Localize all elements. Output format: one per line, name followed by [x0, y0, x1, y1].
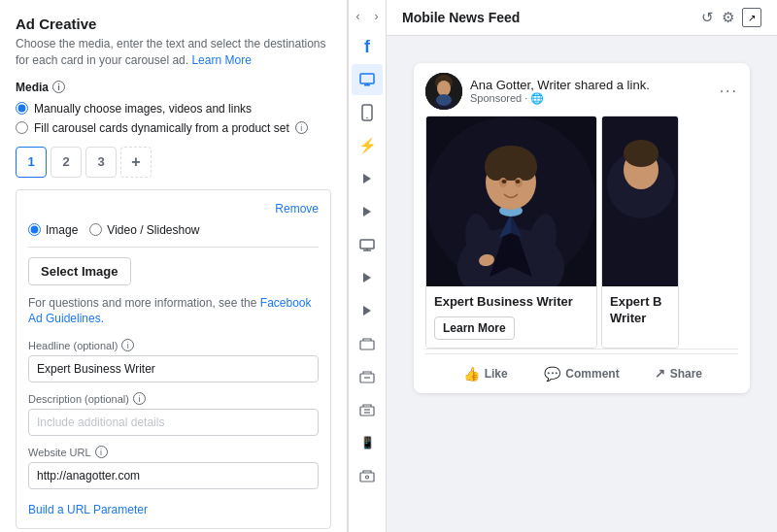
svg-point-25 [436, 94, 452, 106]
card-tab-3[interactable]: 3 [85, 147, 117, 178]
nav-prev-btn[interactable]: ‹ [350, 8, 367, 25]
toolbar-play2-icon[interactable] [352, 196, 383, 227]
learn-more-link[interactable]: Learn More [191, 53, 251, 67]
toolbar-play3-icon[interactable] [352, 262, 383, 293]
share-btn[interactable]: ↗ Share [630, 362, 726, 384]
toolbar-monitor-icon[interactable] [352, 229, 383, 260]
preview-actions: ↺ ⚙ [701, 8, 761, 27]
website-url-label: Website URL i [28, 446, 319, 458]
image-radio-input[interactable] [28, 223, 41, 236]
svg-point-39 [502, 180, 507, 183]
select-image-button[interactable]: Select Image [28, 257, 131, 285]
toolbar-play4-icon[interactable] [352, 295, 383, 326]
avatar-image [425, 73, 462, 110]
toolbar-lightning-icon[interactable]: ⚡ [352, 130, 383, 161]
nav-next-btn[interactable]: › [368, 8, 386, 25]
image-video-toggle: Image Video / Slideshow [28, 223, 319, 237]
section-title: Ad Creative [16, 16, 331, 32]
toolbar-shop4-icon[interactable] [352, 460, 383, 491]
website-url-field-group: Website URL i [28, 446, 319, 489]
middle-toolbar: ‹ › f ⚡ 📱 [348, 0, 387, 532]
toggle-video[interactable]: Video / Slideshow [89, 223, 199, 237]
radio-manual[interactable]: Manually choose images, videos and links [16, 102, 331, 116]
media-info-icon[interactable]: i [52, 81, 65, 93]
svg-rect-0 [360, 74, 374, 83]
share-icon: ↗ [655, 366, 665, 381]
carousel-card-1-btn[interactable]: Learn More [434, 316, 515, 340]
svg-point-47 [624, 140, 659, 167]
external-link-icon[interactable] [742, 8, 761, 27]
left-panel: Ad Creative Choose the media, enter the … [0, 0, 348, 532]
toolbar-play-icon[interactable] [352, 163, 383, 194]
toolbar-phone-icon[interactable]: 📱 [352, 427, 383, 458]
card-tab-2[interactable]: 2 [51, 147, 82, 178]
fb-more-btn[interactable]: ··· [720, 83, 738, 100]
svg-marker-10 [363, 273, 371, 283]
like-btn[interactable]: 👍 Like [437, 362, 533, 385]
dynamic-info-icon[interactable]: i [295, 121, 308, 134]
svg-rect-18 [360, 473, 374, 482]
toolbar-shop2-icon[interactable] [352, 361, 383, 392]
refresh-icon[interactable]: ↺ [701, 9, 714, 26]
headline-label: Headline (optional) i [28, 339, 319, 351]
toolbar-mobile-icon[interactable] [352, 97, 383, 128]
svg-point-4 [366, 117, 368, 119]
carousel-card-1-title: Expert Business Writer [434, 294, 589, 311]
card-tabs: 1 2 3 + [16, 147, 331, 178]
headline-field-group: Headline (optional) i [28, 339, 319, 382]
preview-title: Mobile News Feed [402, 10, 520, 25]
description-label: Description (optional) i [28, 392, 319, 405]
svg-rect-1 [364, 84, 370, 86]
card-tab-add[interactable]: + [120, 147, 152, 178]
toolbar-shop-icon[interactable] [352, 328, 383, 359]
description-info-icon[interactable]: i [133, 392, 146, 405]
svg-marker-5 [363, 174, 371, 183]
svg-point-35 [485, 153, 508, 181]
svg-point-23 [437, 81, 451, 96]
video-radio-label: Video / Slideshow [107, 223, 199, 237]
svg-rect-12 [360, 341, 374, 349]
radio-dynamic-input[interactable] [16, 121, 28, 134]
toolbar-facebook-icon[interactable]: f [352, 31, 383, 62]
toolbar-desktop-icon[interactable] [352, 64, 383, 95]
fb-divider [425, 349, 738, 349]
image-radio-label: Image [46, 223, 78, 237]
svg-marker-6 [363, 207, 371, 216]
toolbar-shop3-icon[interactable] [352, 394, 383, 425]
media-label: Media i [16, 81, 331, 94]
card-tab-1[interactable]: 1 [16, 147, 47, 178]
radio-dynamic-label: Fill carousel cards dynamically from a p… [34, 121, 289, 135]
comment-btn[interactable]: 💬 Comment [533, 362, 629, 385]
url-info-icon[interactable]: i [95, 446, 108, 458]
radio-manual-label: Manually choose images, videos and links [34, 102, 252, 116]
like-label: Like [485, 367, 508, 381]
guidelines-prefix: For questions and more information, see … [28, 296, 256, 310]
radio-dynamic[interactable]: Fill carousel cards dynamically from a p… [16, 121, 331, 135]
settings-icon[interactable]: ⚙ [722, 9, 734, 26]
headline-input[interactable] [28, 355, 319, 382]
card-header: Remove [28, 202, 319, 216]
avatar [425, 73, 462, 110]
remove-link[interactable]: Remove [275, 202, 319, 216]
fb-user-info: Ana Gotter, Writer shared a link. Sponso… [470, 78, 712, 105]
description-field-group: Description (optional) i [28, 392, 319, 436]
fb-reactions: 👍 Like 💬 Comment ↗ Share [425, 353, 738, 393]
url-param-link[interactable]: Build a URL Parameter [28, 503, 148, 516]
section-desc-text: Choose the media, enter the text and sel… [16, 37, 326, 67]
toggle-image[interactable]: Image [28, 223, 78, 237]
carousel-card-1-body: Expert Business Writer Learn More [426, 286, 596, 348]
radio-manual-input[interactable] [16, 102, 28, 115]
preview-header: Mobile News Feed ↺ ⚙ [387, 0, 777, 36]
svg-marker-11 [363, 306, 371, 316]
svg-point-36 [514, 153, 537, 181]
svg-point-19 [366, 476, 369, 479]
video-radio-input[interactable] [89, 223, 102, 236]
headline-info-icon[interactable]: i [121, 339, 134, 351]
website-url-input[interactable] [28, 462, 319, 489]
like-icon: 👍 [463, 366, 480, 382]
media-radio-group: Manually choose images, videos and links… [16, 102, 331, 135]
fb-user-name: Ana Gotter, Writer shared a link. [470, 78, 712, 92]
fb-post-header: Ana Gotter, Writer shared a link. Sponso… [414, 63, 750, 116]
svg-point-40 [516, 180, 521, 183]
description-input[interactable] [28, 409, 319, 436]
